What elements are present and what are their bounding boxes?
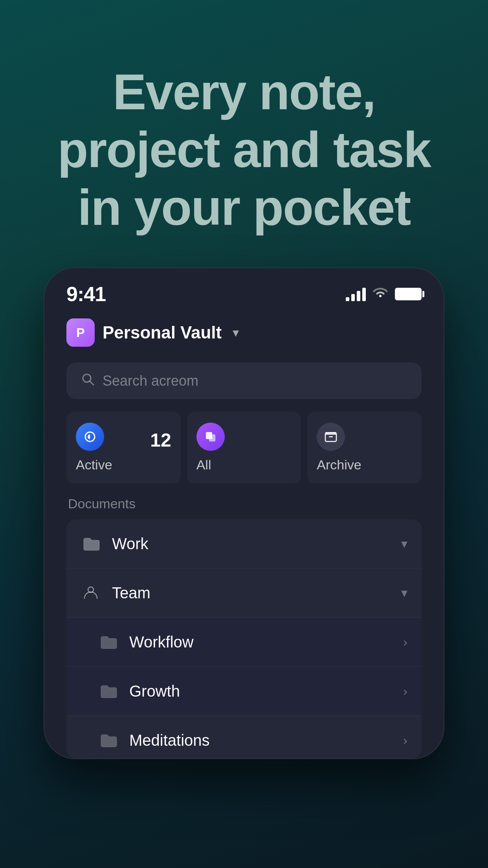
person-icon	[81, 583, 101, 603]
folder-icon	[81, 533, 101, 554]
vault-name: Personal Vault	[103, 323, 222, 342]
svg-rect-4	[209, 434, 215, 441]
search-container: Search acreom	[44, 356, 444, 412]
growth-folder-icon	[98, 681, 118, 701]
doc-meditations-label: Meditations	[129, 732, 392, 749]
wifi-icon	[372, 285, 389, 303]
doc-team-label: Team	[112, 584, 390, 602]
archive-filter-label: Archive	[317, 457, 361, 473]
archive-filter-icon	[317, 423, 345, 451]
filter-card-all[interactable]: All	[187, 412, 301, 484]
workflow-folder-icon	[98, 632, 118, 652]
search-icon	[81, 372, 95, 390]
active-filter-count: 12	[150, 429, 171, 451]
doc-workflow-label: Workflow	[129, 633, 392, 651]
search-placeholder: Search acreom	[103, 373, 198, 389]
phone-mockup: 9:41 P Personal Vault ▾	[44, 267, 444, 759]
meditations-folder-icon	[98, 730, 118, 750]
doc-item-work[interactable]: Work ▾	[66, 519, 422, 568]
signal-icon	[346, 287, 366, 301]
documents-section-title: Documents	[66, 496, 422, 511]
status-time: 9:41	[66, 282, 106, 306]
svg-rect-6	[325, 432, 336, 435]
doc-item-team[interactable]: Team ▾	[66, 568, 422, 618]
status-bar: 9:41	[44, 268, 444, 312]
hero-section: Every note, project and task in your poc…	[0, 0, 488, 268]
vault-icon: P	[66, 318, 95, 347]
all-filter-icon	[196, 423, 225, 451]
battery-icon	[395, 288, 422, 300]
hero-title: Every note, project and task in your poc…	[31, 63, 457, 237]
vault-chevron-icon[interactable]: ▾	[233, 325, 239, 340]
doc-work-label: Work	[112, 535, 390, 553]
active-filter-label: Active	[76, 457, 112, 473]
doc-meditations-chevron: ›	[403, 733, 407, 748]
svg-line-1	[90, 381, 94, 385]
document-list: Work ▾ Team ▾	[66, 519, 422, 758]
doc-team-chevron: ▾	[401, 585, 407, 600]
doc-work-chevron: ▾	[401, 536, 407, 551]
all-filter-label: All	[196, 457, 211, 473]
doc-growth-label: Growth	[129, 682, 392, 700]
documents-section: Documents Work ▾	[44, 496, 444, 758]
active-filter-icon	[76, 423, 104, 451]
filter-cards: 12 Active All Archive	[44, 412, 444, 496]
doc-workflow-chevron: ›	[403, 635, 407, 649]
doc-growth-chevron: ›	[403, 684, 407, 699]
filter-card-active[interactable]: 12 Active	[66, 412, 181, 484]
app-header: P Personal Vault ▾	[44, 312, 444, 356]
doc-item-workflow[interactable]: Workflow ›	[66, 618, 422, 667]
status-icons	[346, 285, 422, 303]
search-bar[interactable]: Search acreom	[66, 362, 422, 399]
doc-item-meditations[interactable]: Meditations ›	[66, 716, 422, 758]
filter-card-archive[interactable]: Archive	[307, 412, 422, 484]
doc-item-growth[interactable]: Growth ›	[66, 667, 422, 716]
